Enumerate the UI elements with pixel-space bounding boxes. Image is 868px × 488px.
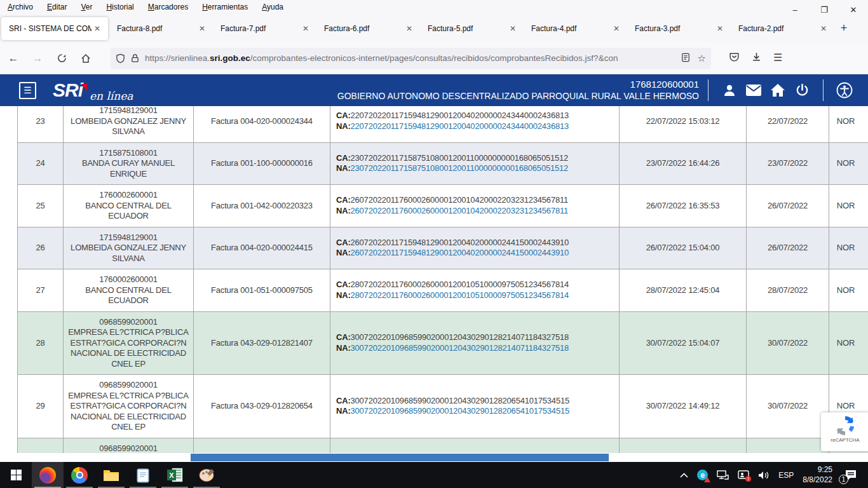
keyboard-language-indicator[interactable]: ESP <box>778 471 794 480</box>
antivirus-tray-icon[interactable]: e <box>697 470 708 480</box>
authorization-number-link[interactable]: 2807202201176000260000120010510000975051… <box>351 290 569 300</box>
menu-item[interactable]: Herramientas <box>202 3 248 11</box>
browser-tab[interactable]: Factura-2.pdf ✕ <box>731 17 834 40</box>
sidebar-menu-icon[interactable]: ☰ <box>19 82 36 99</box>
taskbar-notepad-icon[interactable] <box>127 462 159 488</box>
authorization-datetime: 26/07/2022 16:35:53 <box>620 185 747 227</box>
taskbar-paint-icon[interactable] <box>191 462 222 488</box>
clock-date: 8/8/2022 <box>803 475 832 485</box>
tab-close-icon[interactable]: ✕ <box>818 23 829 34</box>
tab-close-icon[interactable]: ✕ <box>300 23 311 34</box>
forward-icon[interactable]: → <box>27 48 48 69</box>
table-row[interactable]: 23 1715948129001 LOMBEIDA GONZALEZ JENNY… <box>17 106 868 143</box>
browser-tab[interactable]: SRI - SISTEMA DE COMP ✕ <box>1 17 108 40</box>
address-bar[interactable]: https://srienlinea.sri.gob.ec/comprobant… <box>111 48 711 69</box>
document-type-series: Factura 004-020-000024415 <box>194 227 330 269</box>
lock-icon[interactable] <box>131 53 139 63</box>
tab-close-icon[interactable]: ✕ <box>403 23 415 34</box>
menu-item[interactable]: Editar <box>47 3 67 11</box>
authorization-number-link[interactable]: 3007202201096859902000120430290128206541… <box>351 406 569 416</box>
menu-item[interactable]: Ayuda <box>262 3 283 11</box>
mail-icon[interactable] <box>742 84 766 97</box>
new-tab-button[interactable]: + <box>834 19 853 38</box>
sri-header: ☰ SRi en línea 1768120600001 GOBIERNO AU… <box>0 74 868 106</box>
browser-tab[interactable]: Factura-6.pdf ✕ <box>316 17 420 40</box>
browser-tab[interactable]: Factura-3.pdf ✕ <box>627 17 731 40</box>
browser-tabbar: SRI - SISTEMA DE COMP ✕ Factura-8.pdf ✕ … <box>0 14 868 43</box>
recaptcha-label: reCAPTCHA <box>831 437 859 443</box>
header-divider <box>708 79 709 101</box>
logout-power-icon[interactable] <box>790 83 814 98</box>
taskbar-chrome-icon[interactable] <box>64 462 95 488</box>
start-button[interactable] <box>0 462 32 488</box>
browser-tab[interactable]: Factura-5.pdf ✕ <box>420 17 524 40</box>
menu-item[interactable]: Ver <box>81 3 92 11</box>
scrollbar-thumb[interactable] <box>191 454 609 461</box>
sri-logo[interactable]: SRi en línea <box>53 79 133 101</box>
menu-item[interactable]: Historial <box>106 3 133 11</box>
authorization-number-link[interactable]: 2607202201171594812900120040200000244150… <box>351 248 569 257</box>
tab-title: Factura-3.pdf <box>635 24 714 33</box>
reader-mode-icon[interactable] <box>681 53 690 64</box>
table-row[interactable]: 30 0968599020001 EMPRESA EL?CTRICA P?BLI… <box>17 438 868 454</box>
tab-close-icon[interactable]: ✕ <box>611 23 622 34</box>
volume-tray-icon[interactable] <box>758 471 770 480</box>
taskbar-firefox-icon[interactable] <box>32 462 64 488</box>
taskbar-file-explorer-icon[interactable] <box>95 462 127 488</box>
tab-title: Factura-5.pdf <box>428 24 507 33</box>
back-icon[interactable]: ← <box>3 48 24 69</box>
document-type-series: Factura 001-051-000097505 <box>194 269 330 311</box>
table-row[interactable]: 25 1760002600001 BANCO CENTRAL DEL ECUAD… <box>17 185 868 227</box>
home-icon[interactable] <box>75 48 97 69</box>
issue-date: 30/07/2022 <box>747 312 829 375</box>
table-row[interactable]: 24 1715875108001 BANDA CURAY MANUEL ENRI… <box>17 143 868 186</box>
table-row[interactable]: 29 0968599020001 EMPRESA EL?CTRICA P?BLI… <box>17 375 868 438</box>
access-key-cell: CA:2207202201171594812900120040200000243… <box>330 106 620 142</box>
home-portal-icon[interactable] <box>766 83 790 97</box>
browser-navbar: ← → https://srienlinea.sri.gob.ec/compro… <box>0 43 868 74</box>
action-center-icon[interactable]: 1 <box>841 470 860 481</box>
user-icon[interactable] <box>717 83 742 98</box>
windows-taskbar: X e ! ESP 9:25 8/8/2022 1 <box>0 462 868 488</box>
table-row[interactable]: 26 1715948129001 LOMBEIDA GONZALEZ JENNY… <box>17 227 868 270</box>
authorization-number-link[interactable]: 3007202201096859902000120430290128214071… <box>351 343 569 353</box>
taskbar-clock[interactable]: 9:25 8/8/2022 <box>803 465 832 485</box>
authorization-number-link[interactable]: 2307202201171587510800120011000000000168… <box>351 163 569 173</box>
accessibility-icon[interactable] <box>832 82 857 98</box>
issuer-ruc: 1760002600001 <box>99 190 157 201</box>
authorization-number-link[interactable]: 2607202201176000260000120010420002203231… <box>351 206 569 215</box>
menu-item[interactable]: Marcadores <box>148 3 188 11</box>
browser-tab[interactable]: Factura-4.pdf ✕ <box>524 17 627 40</box>
browser-tab[interactable]: Factura-8.pdf ✕ <box>109 17 213 40</box>
bookmark-star-icon[interactable]: ☆ <box>698 53 706 64</box>
pocket-icon[interactable] <box>729 51 740 65</box>
row-number: 24 <box>17 143 64 185</box>
menu-item[interactable]: Archivo <box>8 3 33 11</box>
issue-date: 30/07/2022 <box>747 375 829 438</box>
table-horizontal-scrollbar[interactable] <box>0 453 868 462</box>
document-type-series: Factura 043-029-012820654 <box>194 375 330 438</box>
windows-security-tray-icon[interactable]: ! <box>738 470 749 480</box>
tab-close-icon[interactable]: ✕ <box>196 23 208 34</box>
network-tray-icon[interactable] <box>717 470 729 480</box>
tray-expand-icon[interactable] <box>680 473 688 478</box>
downloads-icon[interactable] <box>751 51 762 65</box>
access-key-value: 2607202201171594812900120040200000244150… <box>351 238 569 247</box>
authorization-number-link[interactable]: 2207202201171594812900120040200000243440… <box>351 121 569 131</box>
table-row[interactable]: 27 1760002600001 BANCO CENTRAL DEL ECUAD… <box>17 269 868 312</box>
tab-close-icon[interactable]: ✕ <box>92 23 103 34</box>
tab-close-icon[interactable]: ✕ <box>714 23 726 34</box>
browser-tab[interactable]: Factura-7.pdf ✕ <box>213 17 316 40</box>
table-row[interactable]: 28 0968599020001 EMPRESA EL?CTRICA P?BLI… <box>17 312 868 376</box>
taskbar-excel-icon[interactable]: X <box>159 462 191 488</box>
access-key-value: 2207202201171594812900120040200000243440… <box>351 111 569 120</box>
shield-icon[interactable] <box>116 53 125 64</box>
issuer-name: EMPRESA EL?CTRICA P?BLICA ESTRAT?GICA CO… <box>67 391 189 433</box>
tab-close-icon[interactable]: ✕ <box>507 23 519 34</box>
recaptcha-badge[interactable]: reCAPTCHA <box>821 412 868 451</box>
access-key-cell: CA:3007202201096859902000120430290128206… <box>330 375 620 438</box>
reload-icon[interactable] <box>51 48 72 69</box>
svg-text:X: X <box>169 471 174 479</box>
app-menu-icon[interactable]: ☰ <box>773 51 782 65</box>
document-type-series: Factura 043-029-012821407 <box>194 312 330 375</box>
